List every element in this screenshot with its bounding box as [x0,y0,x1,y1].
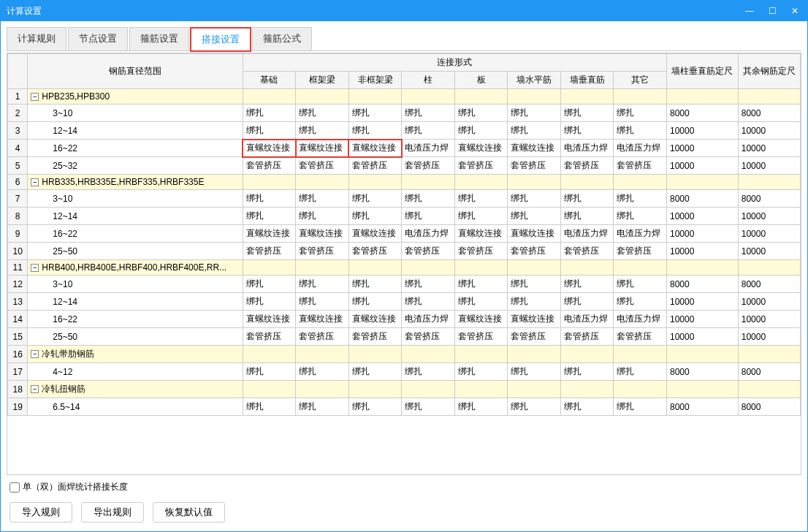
data-cell[interactable]: 绑扎 [402,293,455,311]
data-cell[interactable]: 绑扎 [296,104,349,122]
data-cell[interactable]: 绑扎 [560,104,614,122]
col-a-cell[interactable]: 8000 [666,104,738,122]
data-cell[interactable]: 绑扎 [348,363,402,381]
data-cell[interactable]: 电渣压力焊 [560,225,614,243]
col-a-cell[interactable]: 10000 [666,293,738,311]
data-cell[interactable]: 套管挤压 [454,328,508,346]
tab-3[interactable]: 搭接设置 [191,28,251,51]
data-cell[interactable]: 直螺纹连接 [508,140,561,157]
data-cell[interactable]: 绑扎 [614,104,667,122]
group-label[interactable]: −冷轧带肋钢筋 [28,346,243,363]
col-a-cell[interactable]: 10000 [666,140,738,157]
data-cell[interactable]: 绑扎 [296,208,349,225]
data-cell[interactable]: 绑扎 [402,104,455,122]
group-label[interactable]: −HRB400,HRB400E,HRBF400,HRBF400E,RR... [28,260,243,276]
data-cell[interactable]: 直螺纹连接 [296,225,349,243]
minimize-button[interactable]: — [742,6,757,16]
data-cell[interactable]: 绑扎 [560,276,614,293]
data-cell[interactable]: 电渣压力焊 [402,311,455,328]
data-cell[interactable]: 套管挤压 [614,157,667,175]
range-cell[interactable]: 3~10 [28,104,243,122]
range-cell[interactable]: 16~22 [28,225,243,243]
data-cell[interactable]: 绑扎 [454,104,508,122]
col-a-cell[interactable]: 10000 [666,311,738,328]
collapse-icon[interactable]: − [31,93,39,101]
data-cell[interactable]: 绑扎 [296,122,349,140]
col-a-cell[interactable]: 10000 [666,122,738,140]
data-cell[interactable]: 绑扎 [454,122,508,140]
data-cell[interactable]: 绑扎 [508,104,561,122]
data-cell[interactable]: 套管挤压 [296,243,349,260]
action-button-1[interactable]: 导出规则 [81,502,144,522]
close-button[interactable]: ✕ [788,6,801,16]
data-cell[interactable]: 直螺纹连接 [348,225,402,243]
data-cell[interactable]: 绑扎 [296,276,349,293]
data-cell[interactable]: 绑扎 [560,122,614,140]
data-cell[interactable]: 绑扎 [508,122,561,140]
col-b-cell[interactable]: 10000 [738,311,800,328]
tab-1[interactable]: 节点设置 [68,27,128,50]
col-b-cell[interactable]: 10000 [738,157,800,175]
range-cell[interactable]: 4~12 [28,363,243,381]
data-cell[interactable]: 绑扎 [348,208,402,225]
action-button-2[interactable]: 恢复默认值 [153,502,225,522]
range-cell[interactable]: 12~14 [28,293,243,311]
data-cell[interactable]: 绑扎 [348,276,402,293]
data-cell[interactable]: 套管挤压 [454,157,508,175]
col-b-cell[interactable]: 8000 [738,104,800,122]
data-cell[interactable]: 绑扎 [560,190,614,208]
col-b-cell[interactable]: 8000 [738,276,800,293]
data-cell[interactable]: 套管挤压 [348,328,402,346]
data-cell[interactable]: 套管挤压 [402,328,455,346]
data-cell[interactable]: 直螺纹连接 [296,311,349,328]
data-cell[interactable]: 绑扎 [243,398,296,416]
data-cell[interactable]: 绑扎 [560,398,614,416]
data-cell[interactable]: 电渣压力焊 [560,311,614,328]
data-cell[interactable]: 绑扎 [296,293,349,311]
data-cell[interactable]: 绑扎 [508,208,561,225]
data-cell[interactable]: 直螺纹连接 [454,311,508,328]
collapse-icon[interactable]: − [31,264,39,272]
range-cell[interactable]: 16~22 [28,140,243,157]
data-cell[interactable]: 绑扎 [614,276,667,293]
col-a-cell[interactable]: 8000 [666,398,738,416]
data-cell[interactable]: 绑扎 [454,363,508,381]
group-label[interactable]: −冷轧扭钢筋 [28,381,243,398]
data-cell[interactable]: 绑扎 [614,398,667,416]
data-cell[interactable]: 套管挤压 [348,157,402,175]
data-cell[interactable]: 绑扎 [454,190,508,208]
data-cell[interactable]: 绑扎 [348,122,402,140]
data-cell[interactable]: 直螺纹连接 [348,140,402,157]
col-b-cell[interactable]: 10000 [738,243,800,260]
range-cell[interactable]: 12~14 [28,122,243,140]
data-cell[interactable]: 套管挤压 [296,157,349,175]
group-label[interactable]: −HPB235,HPB300 [28,89,243,104]
col-a-cell[interactable]: 8000 [666,363,738,381]
group-label[interactable]: −HRB335,HRB335E,HRBF335,HRBF335E [28,175,243,190]
data-cell[interactable]: 套管挤压 [508,157,561,175]
data-cell[interactable]: 绑扎 [243,104,296,122]
data-cell[interactable]: 电渣压力焊 [614,225,667,243]
data-cell[interactable]: 绑扎 [508,363,561,381]
range-cell[interactable]: 3~10 [28,190,243,208]
data-cell[interactable]: 绑扎 [402,276,455,293]
data-cell[interactable]: 绑扎 [296,363,349,381]
col-a-cell[interactable]: 10000 [666,208,738,225]
maximize-button[interactable]: ☐ [766,6,780,16]
data-cell[interactable]: 套管挤压 [560,157,614,175]
data-cell[interactable]: 绑扎 [614,363,667,381]
data-cell[interactable]: 绑扎 [402,208,455,225]
range-cell[interactable]: 16~22 [28,311,243,328]
col-b-cell[interactable]: 8000 [738,363,800,381]
data-cell[interactable]: 绑扎 [348,293,402,311]
col-b-cell[interactable]: 10000 [738,328,800,346]
data-cell[interactable]: 绑扎 [560,293,614,311]
data-cell[interactable]: 绑扎 [508,398,561,416]
tab-4[interactable]: 箍筋公式 [252,27,312,50]
data-cell[interactable]: 绑扎 [348,190,402,208]
data-cell[interactable]: 绑扎 [560,363,614,381]
col-a-cell[interactable]: 8000 [666,276,738,293]
data-cell[interactable]: 套管挤压 [560,243,614,260]
col-a-cell[interactable]: 8000 [666,190,738,208]
data-cell[interactable]: 直螺纹连接 [508,225,561,243]
